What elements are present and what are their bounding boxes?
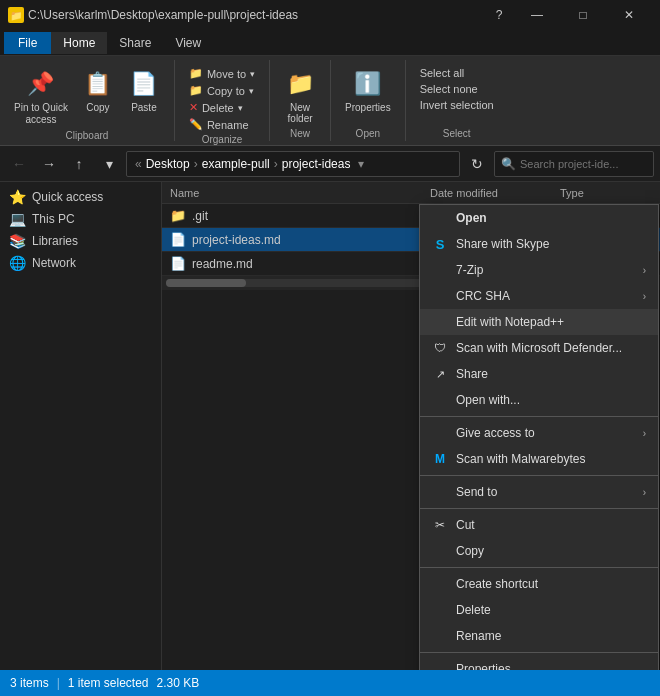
- status-item-count: 3 items: [10, 676, 49, 690]
- maximize-button[interactable]: □: [560, 0, 606, 30]
- move-to-icon: 📁: [189, 67, 203, 80]
- rename-icon: ✏️: [189, 118, 203, 131]
- file-list-header: Name Date modified Type: [162, 182, 660, 204]
- ctx-send-to[interactable]: Send to ›: [420, 479, 658, 505]
- ctx-cut[interactable]: ✂ Cut: [420, 512, 658, 538]
- select-none-button[interactable]: Select none: [414, 82, 500, 96]
- paste-button[interactable]: 📄 Paste: [122, 66, 166, 115]
- rename-button[interactable]: ✏️ Rename: [183, 117, 261, 132]
- ctx-edit-notepad[interactable]: Edit with Notepad++: [420, 309, 658, 335]
- organize-buttons: 📁 Move to ▾ 📁 Copy to ▾ ✕ Delete ▾ ✏️ Re…: [183, 62, 261, 132]
- select-label: Select: [443, 126, 471, 139]
- sidebar-item-network[interactable]: 🌐 Network: [0, 252, 161, 274]
- ctx-copy[interactable]: Copy: [420, 538, 658, 564]
- ctx-skype-icon: S: [432, 236, 448, 252]
- ctx-send-to-arrow: ›: [643, 487, 646, 498]
- search-input[interactable]: [520, 158, 647, 170]
- sidebar-label-this-pc: This PC: [32, 212, 75, 226]
- scrollbar-thumb[interactable]: [166, 279, 246, 287]
- close-button[interactable]: ✕: [606, 0, 652, 30]
- ctx-scan-defender-label: Scan with Microsoft Defender...: [456, 341, 622, 355]
- ctx-rename[interactable]: Rename: [420, 623, 658, 649]
- ctx-properties-icon: [432, 661, 448, 670]
- status-selection-info: 1 item selected: [68, 676, 149, 690]
- ctx-scan-defender[interactable]: 🛡 Scan with Microsoft Defender...: [420, 335, 658, 361]
- ctx-7zip-arrow: ›: [643, 265, 646, 276]
- ctx-open-label: Open: [456, 211, 487, 225]
- ctx-crc-sha[interactable]: CRC SHA ›: [420, 283, 658, 309]
- ctx-notepad-icon: [432, 314, 448, 330]
- ribbon-group-organize: 📁 Move to ▾ 📁 Copy to ▾ ✕ Delete ▾ ✏️ Re…: [175, 60, 270, 141]
- ctx-sep-3: [420, 508, 658, 509]
- ctx-shortcut-icon: [432, 576, 448, 592]
- up-button[interactable]: ↑: [66, 151, 92, 177]
- ctx-rename-label: Rename: [456, 629, 501, 643]
- search-icon: 🔍: [501, 157, 516, 171]
- md-file-icon: 📄: [170, 232, 186, 247]
- column-name[interactable]: Name: [162, 182, 422, 203]
- ctx-share-skype[interactable]: S Share with Skype: [420, 231, 658, 257]
- file-name-git: 📁 .git: [162, 208, 422, 223]
- copy-button[interactable]: 📋 Copy: [76, 66, 120, 115]
- recent-locations-button[interactable]: ▾: [96, 151, 122, 177]
- ctx-give-access[interactable]: Give access to ›: [420, 420, 658, 446]
- this-pc-icon: 💻: [8, 211, 26, 227]
- properties-button[interactable]: ℹ️ Properties: [339, 66, 397, 115]
- ribbon-group-open: ℹ️ Properties Open: [331, 60, 406, 141]
- tab-file[interactable]: File: [4, 32, 51, 54]
- select-all-button[interactable]: Select all: [414, 66, 500, 80]
- minimize-button[interactable]: —: [514, 0, 560, 30]
- invert-selection-button[interactable]: Invert selection: [414, 98, 500, 112]
- open-label: Open: [356, 126, 380, 139]
- copy-to-button[interactable]: 📁 Copy to ▾: [183, 83, 261, 98]
- tab-home[interactable]: Home: [51, 32, 107, 54]
- ctx-defender-icon: 🛡: [432, 340, 448, 356]
- ctx-share[interactable]: ↗ Share: [420, 361, 658, 387]
- sidebar: ⭐ Quick access 💻 This PC 📚 Libraries 🌐 N…: [0, 182, 162, 670]
- address-path[interactable]: « Desktop › example-pull › project-ideas…: [126, 151, 460, 177]
- title-bar: 📁 C:\Users\karlm\Desktop\example-pull\pr…: [0, 0, 660, 30]
- file-list: Name Date modified Type 📁 .git 4/1/2021 …: [162, 182, 660, 670]
- ctx-open[interactable]: Open: [420, 205, 658, 231]
- sidebar-item-this-pc[interactable]: 💻 This PC: [0, 208, 161, 230]
- delete-button[interactable]: ✕ Delete ▾: [183, 100, 261, 115]
- path-example-pull[interactable]: example-pull: [202, 157, 270, 171]
- ctx-delete[interactable]: Delete: [420, 597, 658, 623]
- pin-quick-access-button[interactable]: 📌 Pin to Quickaccess: [8, 66, 74, 128]
- ctx-delete-label: Delete: [456, 603, 491, 617]
- ctx-crc-arrow: ›: [643, 291, 646, 302]
- ctx-scan-malwarebytes[interactable]: M Scan with Malwarebytes: [420, 446, 658, 472]
- back-button[interactable]: ←: [6, 151, 32, 177]
- forward-button[interactable]: →: [36, 151, 62, 177]
- path-project-ideas[interactable]: project-ideas: [282, 157, 351, 171]
- path-desktop[interactable]: Desktop: [146, 157, 190, 171]
- move-to-button[interactable]: 📁 Move to ▾: [183, 66, 261, 81]
- context-menu: Open S Share with Skype 7-Zip › CRC SHA …: [419, 204, 659, 670]
- ctx-properties[interactable]: Properties: [420, 656, 658, 670]
- refresh-button[interactable]: ↻: [464, 151, 490, 177]
- ctx-open-with[interactable]: Open with...: [420, 387, 658, 413]
- sidebar-label-libraries: Libraries: [32, 234, 78, 248]
- column-type[interactable]: Type: [552, 182, 660, 203]
- menu-bar: File Home Share View: [0, 30, 660, 56]
- sidebar-label-quick-access: Quick access: [32, 190, 103, 204]
- ctx-7zip-label: 7-Zip: [456, 263, 483, 277]
- tab-share[interactable]: Share: [107, 32, 163, 54]
- ctx-create-shortcut[interactable]: Create shortcut: [420, 571, 658, 597]
- properties-icon: ℹ️: [352, 68, 384, 100]
- file-name-readme: 📄 readme.md: [162, 256, 422, 271]
- tab-view[interactable]: View: [163, 32, 213, 54]
- new-folder-button[interactable]: 📁 Newfolder: [278, 66, 322, 126]
- ctx-give-access-icon: [432, 425, 448, 441]
- ctx-give-access-arrow: ›: [643, 428, 646, 439]
- ctx-sep-2: [420, 475, 658, 476]
- address-bar: ← → ↑ ▾ « Desktop › example-pull › proje…: [0, 146, 660, 182]
- column-date[interactable]: Date modified: [422, 182, 552, 203]
- sidebar-item-libraries[interactable]: 📚 Libraries: [0, 230, 161, 252]
- sidebar-item-quick-access[interactable]: ⭐ Quick access: [0, 186, 161, 208]
- help-button[interactable]: ?: [484, 0, 514, 30]
- ctx-open-with-icon: [432, 392, 448, 408]
- ctx-copy-icon: [432, 543, 448, 559]
- status-size: 2.30 KB: [157, 676, 200, 690]
- ctx-7zip[interactable]: 7-Zip ›: [420, 257, 658, 283]
